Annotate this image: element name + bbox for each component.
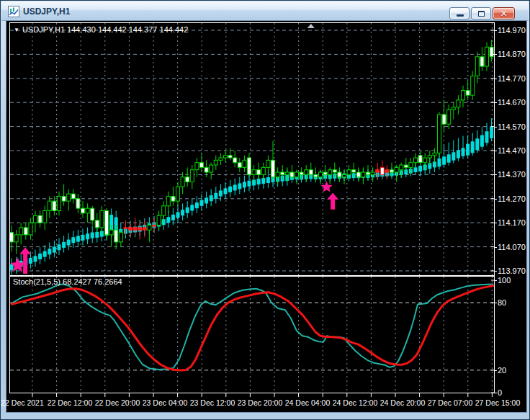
time-axis-label: 22 Dec 2021 — [1, 398, 44, 407]
price-axis-label: 114.470 — [498, 146, 526, 155]
ohlc-text: USDJPY,H1 144.430 144.442 144.377 144.44… — [22, 25, 188, 34]
stoch-signal-line — [11, 285, 495, 370]
shift-marker-icon — [307, 24, 315, 28]
minimize-icon — [457, 14, 464, 17]
stoch-axis-label: 100 — [498, 276, 511, 285]
stochastic-label: Stoch(21,5,5) 68.2427 76.2664 — [13, 277, 122, 286]
time-axis-label: 27 Dec 15:00 — [475, 398, 520, 407]
price-axis-label: 114.070 — [498, 243, 526, 251]
stochastic-pane[interactable]: Stoch(21,5,5) 68.2427 76.2664 — [9, 276, 495, 393]
close-button[interactable]: ✕ — [493, 7, 515, 19]
restore-icon — [478, 11, 485, 17]
price-axis-label: 113.970 — [498, 267, 526, 275]
time-axis-label: 23 Dec 20:00 — [238, 398, 282, 407]
chart-window: USDJPY,H1 ✕ ▼USDJPY,H1 144.430 144.442 1… — [0, 0, 530, 420]
time-axis-label: 24 Dec 12:00 — [333, 398, 377, 407]
restore-button[interactable] — [471, 7, 491, 19]
time-axis-label: 24 Dec 04:00 — [285, 398, 330, 407]
time-axis-label: 22 Dec 12:00 — [48, 398, 92, 407]
trend-dots-layer — [10, 118, 494, 274]
stochastic-canvas[interactable] — [9, 276, 495, 393]
main-price-pane[interactable]: ▼USDJPY,H1 144.430 144.442 144.377 144.4… — [9, 22, 495, 276]
close-icon: ✕ — [493, 9, 514, 19]
window-controls: ✕ — [449, 7, 515, 19]
price-axis-label: 114.570 — [498, 122, 526, 131]
time-axis-label: 27 Dec 07:00 — [428, 398, 472, 407]
price-axis-label: 114.770 — [498, 74, 526, 83]
candles-layer — [10, 40, 494, 254]
window-title: USDJPY,H1 — [23, 6, 70, 17]
price-axis-label: 114.270 — [498, 195, 526, 203]
main-chart-canvas[interactable] — [9, 22, 495, 276]
time-axis-label: 22 Dec 20:00 — [95, 398, 140, 407]
stoch-axis-label: 20 — [498, 366, 506, 375]
stoch-axis-label: 0 — [498, 388, 502, 397]
time-axis-label: 24 Dec 20:00 — [380, 398, 425, 407]
stoch-main-line — [11, 285, 493, 370]
chart-client-area: ▼USDJPY,H1 144.430 144.442 144.377 144.4… — [6, 21, 526, 412]
chart-ohlc-label: ▼USDJPY,H1 144.430 144.442 144.377 144.4… — [14, 25, 188, 34]
minimize-button[interactable] — [449, 7, 470, 19]
stoch-axis-label: 80 — [498, 298, 506, 307]
buy-signal-arrows — [10, 181, 338, 274]
time-axis-label: 23 Dec 12:00 — [190, 398, 235, 407]
price-axis-label: 114.370 — [498, 170, 526, 179]
title-bar[interactable]: USDJPY,H1 ✕ — [1, 1, 529, 21]
chart-icon — [8, 6, 19, 17]
price-axis-label: 114.970 — [498, 26, 526, 35]
symbol-dropdown-icon[interactable]: ▼ — [14, 27, 19, 33]
time-axis-label: 23 Dec 04:00 — [143, 398, 187, 407]
price-axis-label: 114.170 — [498, 218, 526, 227]
price-axis-label: 114.670 — [498, 98, 526, 107]
price-axis-label: 114.870 — [498, 50, 526, 58]
stoch-tick-marks — [491, 280, 494, 393]
